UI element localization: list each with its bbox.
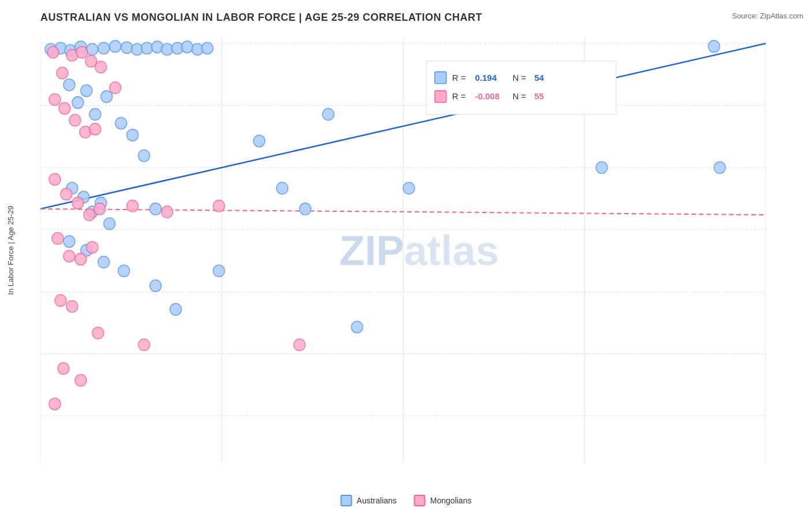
svg-point-107 bbox=[294, 339, 306, 350]
svg-point-101 bbox=[66, 301, 78, 312]
legend-box-australians bbox=[341, 495, 352, 506]
svg-point-36 bbox=[87, 43, 98, 55]
svg-point-105 bbox=[75, 374, 87, 386]
svg-point-71 bbox=[300, 203, 311, 215]
legend-box-mongolians bbox=[414, 495, 426, 506]
svg-point-50 bbox=[81, 85, 92, 96]
svg-point-64 bbox=[98, 256, 110, 268]
svg-point-104 bbox=[58, 363, 69, 374]
legend-label-mongolians: Mongolians bbox=[430, 496, 472, 505]
svg-point-43 bbox=[161, 43, 173, 55]
svg-point-68 bbox=[213, 265, 225, 277]
svg-point-103 bbox=[138, 339, 150, 350]
svg-point-90 bbox=[61, 188, 72, 200]
svg-text:0.194: 0.194 bbox=[475, 73, 497, 83]
svg-point-45 bbox=[181, 41, 193, 53]
svg-point-98 bbox=[75, 253, 87, 265]
svg-point-48 bbox=[64, 79, 75, 91]
svg-text:55: 55 bbox=[534, 91, 544, 101]
svg-point-100 bbox=[55, 294, 66, 306]
svg-point-47 bbox=[202, 42, 213, 54]
svg-point-66 bbox=[150, 280, 161, 292]
svg-point-79 bbox=[57, 67, 68, 79]
svg-point-88 bbox=[90, 123, 101, 135]
legend-item-mongolians: Mongolians bbox=[414, 495, 472, 506]
svg-point-86 bbox=[69, 114, 81, 126]
svg-point-84 bbox=[49, 94, 61, 105]
svg-point-89 bbox=[49, 173, 61, 185]
svg-point-39 bbox=[121, 42, 133, 53]
svg-point-72 bbox=[322, 109, 334, 120]
svg-point-99 bbox=[87, 241, 98, 253]
svg-rect-21 bbox=[426, 61, 616, 114]
svg-point-69 bbox=[254, 135, 265, 147]
svg-text:R =: R = bbox=[452, 91, 466, 101]
main-chart-svg: 100.0% 85.0% 70.0% 55.0% 0.0% 20.0% R = … bbox=[40, 38, 766, 463]
source-label: Source: ZipAtlas.com bbox=[732, 12, 803, 20]
svg-point-76 bbox=[708, 40, 720, 52]
svg-point-67 bbox=[170, 304, 181, 315]
svg-point-93 bbox=[94, 203, 106, 215]
svg-line-20 bbox=[415, 212, 766, 215]
svg-text:54: 54 bbox=[534, 73, 544, 83]
chart-title: AUSTRALIAN VS MONGOLIAN IN LABOR FORCE |… bbox=[40, 12, 806, 24]
svg-point-62 bbox=[64, 236, 75, 247]
chart-legend: Australians Mongolians bbox=[341, 495, 472, 506]
svg-point-60 bbox=[104, 218, 116, 229]
svg-point-109 bbox=[213, 200, 225, 211]
legend-item-australians: Australians bbox=[341, 495, 397, 506]
svg-point-75 bbox=[714, 162, 725, 173]
svg-point-106 bbox=[49, 398, 61, 409]
svg-point-51 bbox=[90, 109, 101, 120]
svg-point-92 bbox=[84, 209, 95, 221]
svg-point-85 bbox=[59, 103, 70, 114]
svg-point-95 bbox=[161, 206, 173, 218]
svg-point-52 bbox=[101, 91, 113, 102]
y-axis-label: In Labor Force | Age 25-29 bbox=[6, 206, 15, 294]
svg-point-94 bbox=[127, 200, 139, 211]
svg-point-97 bbox=[64, 251, 75, 262]
svg-point-65 bbox=[118, 265, 130, 277]
svg-rect-22 bbox=[435, 72, 446, 83]
svg-point-83 bbox=[95, 61, 107, 73]
svg-point-78 bbox=[47, 46, 59, 58]
svg-point-108 bbox=[110, 82, 121, 94]
svg-text:R =: R = bbox=[452, 73, 466, 83]
svg-point-41 bbox=[141, 42, 152, 54]
svg-point-91 bbox=[72, 197, 84, 208]
svg-point-49 bbox=[72, 96, 84, 108]
svg-point-70 bbox=[277, 182, 288, 194]
svg-text:-0.008: -0.008 bbox=[475, 91, 500, 101]
svg-point-102 bbox=[92, 327, 104, 339]
chart-container: AUSTRALIAN VS MONGOLIAN IN LABOR FORCE |… bbox=[0, 0, 812, 515]
svg-point-37 bbox=[98, 42, 110, 54]
svg-point-53 bbox=[116, 117, 127, 129]
svg-point-54 bbox=[127, 129, 139, 141]
svg-text:N =: N = bbox=[512, 73, 526, 83]
svg-text:N =: N = bbox=[512, 91, 526, 101]
legend-label-australians: Australians bbox=[357, 496, 397, 505]
svg-point-74 bbox=[403, 182, 415, 194]
chart-svg-area: ZIPatlas 100.0% 85.0% 70.0% bbox=[40, 38, 766, 463]
svg-point-77 bbox=[596, 162, 608, 173]
svg-point-38 bbox=[110, 40, 121, 52]
svg-point-55 bbox=[138, 150, 150, 161]
svg-rect-27 bbox=[435, 91, 446, 102]
svg-point-73 bbox=[351, 321, 363, 333]
svg-point-96 bbox=[52, 233, 64, 244]
svg-point-61 bbox=[150, 203, 161, 215]
svg-point-81 bbox=[76, 46, 88, 58]
